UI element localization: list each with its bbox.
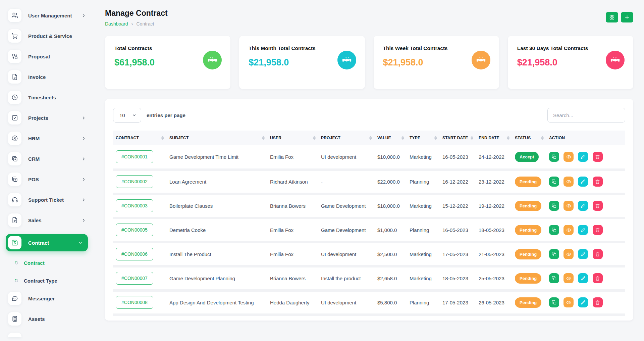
sidebar-item-label: Assets <box>28 316 86 322</box>
contract-id-badge[interactable]: #CON00005 <box>116 224 153 236</box>
column-header-end-date[interactable]: END DATE <box>476 131 512 145</box>
handshake-icon <box>606 51 625 69</box>
copy-button[interactable] <box>549 152 559 162</box>
contract-id-badge[interactable]: #CON00006 <box>116 248 153 260</box>
delete-button[interactable] <box>593 273 603 283</box>
copy-button[interactable] <box>549 297 559 307</box>
column-header-subject[interactable]: SUBJECT <box>167 131 267 145</box>
trash-icon <box>595 179 600 184</box>
contract-id-badge[interactable]: #CON00008 <box>116 296 153 309</box>
sidebar-subitem-contract[interactable]: Contract <box>8 256 94 270</box>
delete-button[interactable] <box>593 177 603 187</box>
copy-icon <box>552 154 557 159</box>
sort-icon <box>161 136 164 140</box>
sidebar-item-projects[interactable]: Projects <box>8 111 94 125</box>
delete-button[interactable] <box>593 225 603 235</box>
copy-icon <box>552 276 557 281</box>
sidebar-item-proposal[interactable]: Proposal <box>8 50 94 63</box>
edit-button[interactable] <box>578 152 588 162</box>
pencil-icon <box>581 154 586 159</box>
main-content: Manage Contract Dashboard › Contract Tot… <box>94 0 644 341</box>
edit-button[interactable] <box>578 273 588 283</box>
contract-id-badge[interactable]: #CON00003 <box>116 199 153 212</box>
delete-button[interactable] <box>593 249 603 259</box>
search-input[interactable] <box>547 108 625 123</box>
view-button[interactable] <box>564 152 574 162</box>
sidebar-item-partial <box>8 333 21 337</box>
sidebar-item-invoice[interactable]: Invoice <box>8 70 94 84</box>
sidebar-subitem-contract-type[interactable]: Contract Type <box>8 274 94 287</box>
cell-type: Planning <box>407 290 440 314</box>
sidebar-item-product-service[interactable]: Product & Service <box>8 29 94 43</box>
entries-per-page-select[interactable]: 10 <box>113 108 141 123</box>
view-button[interactable] <box>564 273 574 283</box>
sidebar-item-crm[interactable]: CRM <box>8 152 94 165</box>
sidebar-item-label: Support Ticket <box>28 197 75 203</box>
plus-icon <box>624 14 630 20</box>
edit-button[interactable] <box>578 249 588 259</box>
cell-type: Planning <box>407 218 440 242</box>
edit-button[interactable] <box>578 177 588 187</box>
copy-icon <box>552 179 557 184</box>
column-header-value[interactable]: VALUE <box>375 131 407 145</box>
copy-button[interactable] <box>549 249 559 259</box>
copy-button[interactable] <box>549 225 559 235</box>
view-button[interactable] <box>564 297 574 307</box>
cell-type: Marketing <box>407 145 440 169</box>
sidebar-item-hrm[interactable]: HRM <box>8 132 94 145</box>
copy-button[interactable] <box>549 273 559 283</box>
column-header-type[interactable]: TYPE <box>407 131 440 145</box>
chevron-right-icon <box>82 136 86 141</box>
document-icon <box>8 70 21 84</box>
sidebar-item-label: Timesheets <box>28 95 86 100</box>
column-header-status[interactable]: STATUS <box>512 131 546 145</box>
sidebar-item-assets[interactable]: Assets <box>8 312 94 326</box>
cell-start-date: 17-05-2023 <box>440 242 476 266</box>
add-contract-button[interactable] <box>621 12 633 22</box>
pencil-icon <box>581 252 586 257</box>
sidebar-item-pos[interactable]: POS <box>8 173 94 186</box>
column-header-user[interactable]: USER <box>267 131 318 145</box>
cell-project: UI development <box>318 145 375 169</box>
contract-id-badge[interactable]: #CON00001 <box>116 150 153 163</box>
copy-icon <box>552 203 557 208</box>
cell-value: $22,000.0 <box>375 169 407 194</box>
pencil-icon <box>581 300 586 305</box>
handshake-icon <box>337 51 356 69</box>
column-header-contract[interactable]: CONTRACT <box>113 131 167 145</box>
person-scan-icon <box>8 132 21 145</box>
copy-button[interactable] <box>549 201 559 211</box>
pencil-icon <box>581 276 586 281</box>
sidebar-item-messenger[interactable]: Messenger <box>8 292 94 305</box>
copy-icon <box>552 228 557 233</box>
view-button[interactable] <box>564 201 574 211</box>
grid-view-button[interactable] <box>606 12 618 22</box>
contract-id-badge[interactable]: #CON00002 <box>116 175 153 188</box>
view-button[interactable] <box>564 177 574 187</box>
edit-button[interactable] <box>578 201 588 211</box>
column-header-project[interactable]: PROJECT <box>318 131 375 145</box>
breadcrumb-dashboard-link[interactable]: Dashboard <box>105 21 128 27</box>
sidebar-item-support-ticket[interactable]: Support Ticket <box>8 193 94 206</box>
delete-button[interactable] <box>593 201 603 211</box>
sidebar-item-timesheets[interactable]: Timesheets <box>8 91 94 104</box>
contract-id-badge[interactable]: #CON00007 <box>116 272 153 285</box>
delete-button[interactable] <box>593 297 603 307</box>
eye-icon <box>566 179 571 184</box>
delete-button[interactable] <box>593 152 603 162</box>
copy-button[interactable] <box>549 177 559 187</box>
edit-button[interactable] <box>578 225 588 235</box>
edit-button[interactable] <box>578 297 588 307</box>
eye-icon <box>566 300 571 305</box>
sidebar-item-contract[interactable]: Contract <box>6 234 88 251</box>
sidebar-item-user-management[interactable]: User Management <box>8 9 94 22</box>
view-button[interactable] <box>564 249 574 259</box>
cell-subject: Demetria Cooke <box>167 218 267 242</box>
column-header-start-date[interactable]: START DATE <box>440 131 476 145</box>
page-title: Manage Contract <box>105 9 168 18</box>
stat-card-title: Last 30 Days Total Contracts <box>517 45 624 51</box>
table-row: #CON00002 Loan Agreement Richard Atkinso… <box>113 169 625 194</box>
sidebar-item-sales[interactable]: Sales <box>8 213 94 227</box>
bullet-icon <box>14 278 19 283</box>
view-button[interactable] <box>564 225 574 235</box>
